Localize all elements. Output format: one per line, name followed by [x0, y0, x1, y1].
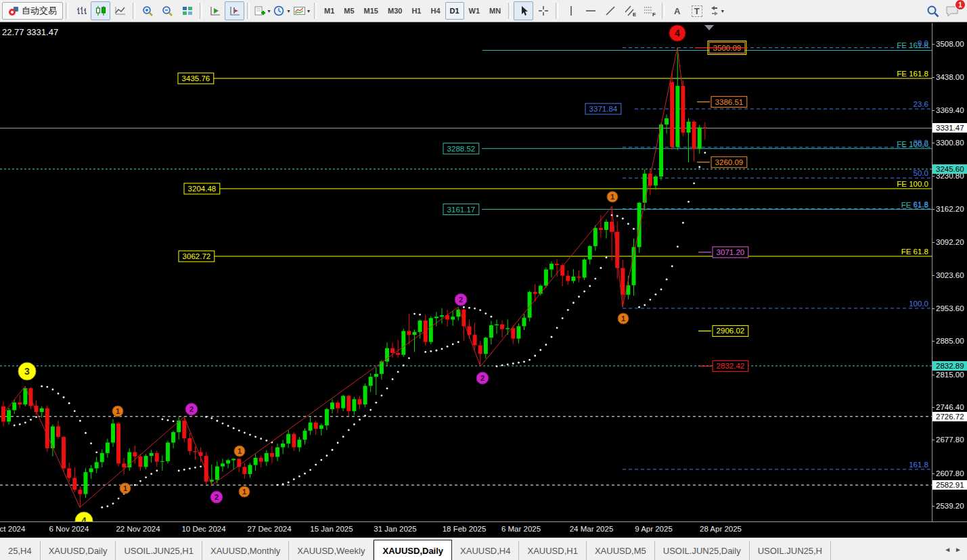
- sar-dot: [562, 317, 564, 319]
- candle-body: [440, 315, 444, 317]
- arrows-tool-button[interactable]: ▾: [706, 1, 726, 20]
- date-axis-label: 15 Jan 2025: [310, 525, 353, 533]
- fib-level-text: 100.0: [909, 300, 928, 308]
- candle-body: [150, 453, 154, 456]
- chart-tab[interactable]: XAUUSD,Weekly: [289, 541, 374, 560]
- candle-body: [171, 432, 175, 443]
- candle-body: [122, 463, 126, 467]
- sar-dot: [79, 420, 81, 422]
- sar-dot: [326, 454, 328, 457]
- candle-body: [489, 325, 493, 337]
- line-chart-icon: [114, 5, 127, 16]
- bar-chart-button[interactable]: [71, 1, 91, 20]
- horizontal-line-tool-button[interactable]: [581, 1, 600, 20]
- clock-icon: [273, 5, 286, 17]
- timeframe-button-m1[interactable]: M1: [319, 2, 339, 20]
- chart-tab[interactable]: XAUUSD,Monthly: [202, 541, 289, 560]
- sar-dot: [254, 436, 256, 438]
- candle-body: [549, 264, 554, 269]
- sar-dot: [507, 363, 509, 365]
- zoom-out-button[interactable]: [158, 1, 177, 20]
- text-label-tool-button[interactable]: T: [687, 1, 706, 20]
- wave-marker-digit: 1: [116, 407, 120, 415]
- candle-body: [95, 462, 99, 468]
- line-chart-button[interactable]: [110, 1, 130, 20]
- new-chart-icon: [254, 5, 266, 17]
- candle-body: [221, 463, 225, 466]
- timeframe-group: M1M5M15M30H1H4D1W1MN: [319, 2, 505, 20]
- candle-body: [242, 467, 246, 474]
- chart-tab[interactable]: USOIL.JUN25,H: [750, 541, 831, 560]
- chart-tab[interactable]: 25,H4: [0, 541, 41, 560]
- price-label-text: 3288.52: [447, 145, 476, 153]
- candle-body: [72, 478, 76, 490]
- sar-dot: [419, 314, 421, 316]
- crosshair-tool-button[interactable]: [533, 1, 553, 20]
- tab-scroll-left-button[interactable]: ◄: [944, 546, 951, 553]
- chart-canvas[interactable]: 3435.763288.523204.483161.173062.723371.…: [0, 23, 932, 521]
- candle-body: [566, 276, 570, 281]
- sar-dot: [463, 306, 465, 308]
- candlestick-chart-button[interactable]: [91, 1, 110, 20]
- search-button[interactable]: [923, 1, 943, 20]
- auto-scroll-button[interactable]: [205, 1, 225, 20]
- timeframe-button-h1[interactable]: H1: [407, 2, 426, 20]
- candle-body: [259, 458, 263, 462]
- tile-windows-button[interactable]: [177, 1, 197, 20]
- new-chart-button[interactable]: ▾: [252, 1, 272, 20]
- timeframe-button-mn[interactable]: MN: [485, 2, 505, 20]
- sar-dot: [183, 469, 185, 471]
- sar-dot: [222, 423, 224, 425]
- chart-tab[interactable]: XAUUSD,H1: [519, 541, 586, 560]
- cursor-tool-button[interactable]: [514, 1, 533, 20]
- chart-tab[interactable]: XAUUSD,M5: [587, 541, 655, 560]
- chart-tab[interactable]: USOIL.JUN25,H1: [116, 541, 202, 560]
- sar-dot: [68, 402, 70, 404]
- tab-scroll-right-button[interactable]: ►: [955, 546, 962, 553]
- timeframe-button-m15[interactable]: M15: [359, 2, 383, 20]
- equidistant-channel-tool-button[interactable]: E: [620, 1, 639, 20]
- chart-tab[interactable]: USOIL.JUN25,Daily: [655, 541, 750, 560]
- sar-dot: [671, 265, 673, 267]
- chart-tab-active[interactable]: XAUUSD,Daily: [374, 540, 452, 560]
- chart-shift-button[interactable]: [225, 1, 244, 20]
- sar-dot: [369, 409, 372, 411]
- date-axis-label: 9 Apr 2025: [635, 525, 673, 533]
- sar-dot: [567, 309, 569, 311]
- candle-body: [133, 452, 137, 456]
- chart-plot-area[interactable]: 3435.763288.523204.483161.173062.723371.…: [0, 23, 932, 521]
- sar-dot: [145, 476, 147, 478]
- price-axis[interactable]: 3508.003438.003369.403300.803230.803162.…: [932, 23, 967, 538]
- fib-level-text: FE 100.0: [897, 180, 928, 188]
- trendline-tool-button[interactable]: [600, 1, 620, 20]
- wave-marker-digit: 1: [242, 488, 246, 496]
- zoom-in-button[interactable]: [138, 1, 158, 20]
- text-tool-button[interactable]: A: [667, 1, 687, 20]
- templates-button[interactable]: ▾: [292, 1, 311, 20]
- timeframe-button-d1[interactable]: D1: [445, 2, 464, 20]
- vertical-line-tool-button[interactable]: [561, 1, 581, 20]
- auto-scroll-icon: [209, 5, 221, 16]
- chart-tab[interactable]: XAUUSD,Daily: [41, 541, 116, 560]
- auto-trading-button[interactable]: 自动交易: [2, 2, 63, 20]
- tile-windows-icon: [181, 5, 194, 16]
- sar-dot: [342, 436, 344, 438]
- candle-body: [297, 440, 301, 447]
- chart-tab[interactable]: XAUUSD,H4: [452, 541, 519, 560]
- timeframe-button-h4[interactable]: H4: [426, 2, 445, 20]
- auto-trading-icon: [8, 5, 19, 16]
- periods-button[interactable]: ▾: [272, 1, 292, 20]
- timeframe-button-m5[interactable]: M5: [339, 2, 359, 20]
- candle-body: [670, 82, 674, 147]
- date-axis-label: 18 Feb 2025: [443, 525, 487, 533]
- candle-body: [604, 222, 608, 230]
- notifications-button[interactable]: 1: [943, 1, 962, 20]
- quote-overlay-text: 22.77 3331.47: [2, 27, 58, 37]
- fibonacci-tool-button[interactable]: F: [639, 1, 659, 20]
- sar-dot: [112, 503, 114, 505]
- timeframe-button-w1[interactable]: W1: [464, 2, 485, 20]
- date-axis[interactable]: Oct 20246 Nov 202422 Nov 202410 Dec 2024…: [0, 521, 967, 538]
- timeframe-button-m30[interactable]: M30: [383, 2, 407, 20]
- date-axis-label: 22 Nov 2024: [116, 525, 160, 533]
- candle-body: [703, 127, 707, 128]
